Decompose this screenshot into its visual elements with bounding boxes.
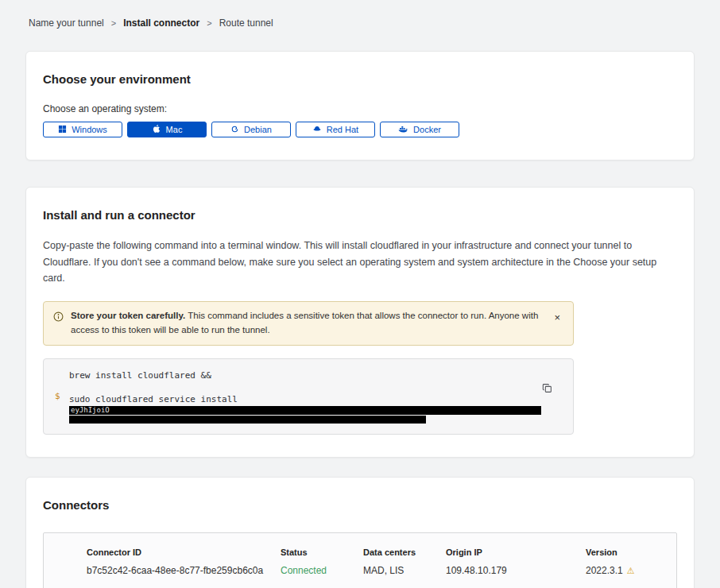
command-line-1: brew install cloudflared && [69, 369, 562, 382]
header-connector-id: Connector ID [87, 547, 281, 557]
install-description: Copy-paste the following command into a … [43, 238, 675, 287]
terminal-prompt: $ [55, 369, 69, 424]
header-version: Version [586, 547, 667, 557]
os-button-windows[interactable]: Windows [43, 122, 122, 137]
os-button-label: Mac [166, 125, 183, 134]
os-button-label: Windows [72, 125, 107, 134]
close-icon[interactable]: × [549, 309, 565, 326]
os-button-label: Red Hat [327, 125, 358, 134]
docker-icon [398, 125, 408, 135]
token-warning-bold: Store your token carefully. [71, 311, 185, 320]
warning-triangle-icon: ⚠ [627, 566, 635, 576]
os-button-redhat[interactable]: Red Hat [296, 122, 375, 137]
os-button-label: Debian [244, 125, 272, 134]
os-button-docker[interactable]: Docker [380, 122, 459, 137]
connectors-card: Connectors Connector ID Status Data cent… [25, 477, 695, 588]
version-number: 2022.3.1 [586, 565, 623, 576]
debian-icon [230, 125, 239, 135]
breadcrumb-route-tunnel[interactable]: Route tunnel [219, 17, 273, 29]
header-data-centers: Data centers [363, 547, 446, 557]
header-origin-ip: Origin IP [446, 547, 586, 557]
token-prefix: eyJhIjoiO [71, 406, 110, 414]
install-connector-card: Install and run a connector Copy-paste t… [25, 187, 695, 458]
breadcrumb: Name your tunnel > Install connector > R… [0, 0, 720, 29]
breadcrumb-name-your-tunnel[interactable]: Name your tunnel [29, 17, 104, 29]
environment-card: Choose your environment Choose an operat… [25, 51, 695, 161]
environment-card-title: Choose your environment [43, 72, 677, 86]
token-warning-text: Store your token carefully. This command… [71, 309, 542, 338]
os-button-mac[interactable]: Mac [127, 122, 207, 137]
info-circle-icon [53, 311, 64, 325]
origin-ip-value: 109.48.10.179 [446, 565, 586, 576]
header-status: Status [281, 547, 363, 557]
os-button-label: Docker [413, 125, 441, 134]
connectors-table: Connector ID Status Data centers Origin … [43, 532, 677, 588]
windows-icon [58, 125, 67, 135]
breadcrumb-install-connector[interactable]: Install connector [123, 17, 199, 29]
redacted-token-line-1: eyJhIjoiO [69, 406, 541, 415]
data-centers-value: MAD, LIS [363, 565, 446, 576]
os-select-label: Choose an operating system: [43, 103, 677, 114]
table-row[interactable]: b7c52c42-6caa-48ee-8c77-fbe259cb6c0a Con… [44, 565, 676, 588]
os-button-group: Windows Mac Debian Red Hat Docker [43, 122, 677, 137]
apple-icon [152, 124, 161, 135]
connectors-table-header: Connector ID Status Data centers Origin … [44, 547, 676, 565]
redacted-token-line-2 [69, 416, 426, 424]
install-command-code-block: $ brew install cloudflared && sudo cloud… [43, 358, 574, 435]
install-command: brew install cloudflared && sudo cloudfl… [69, 369, 562, 424]
copy-icon[interactable] [540, 381, 554, 397]
status-badge: Connected [281, 565, 363, 576]
command-line-2: sudo cloudflared service install [69, 393, 562, 406]
connector-id-value: b7c52c42-6caa-48ee-8c77-fbe259cb6c0a [87, 565, 281, 576]
connectors-card-title: Connectors [43, 498, 677, 512]
breadcrumb-separator: > [111, 18, 116, 28]
version-value: 2022.3.1 ⚠ [586, 565, 667, 576]
install-card-title: Install and run a connector [43, 208, 677, 222]
redhat-icon [312, 124, 322, 135]
os-button-debian[interactable]: Debian [211, 122, 291, 137]
token-warning-alert: Store your token carefully. This command… [43, 301, 574, 346]
breadcrumb-separator: > [207, 18, 211, 28]
